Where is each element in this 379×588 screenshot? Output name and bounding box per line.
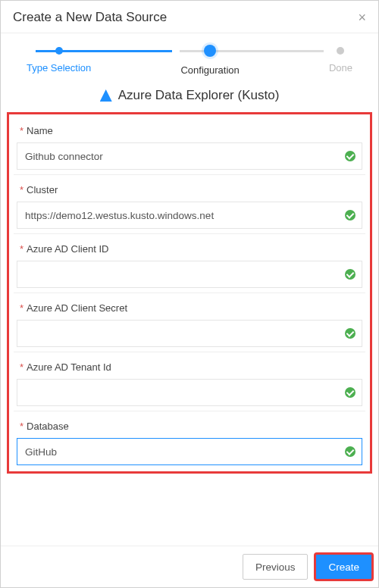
azure-data-explorer-icon (100, 89, 112, 102)
close-icon[interactable]: × (358, 11, 366, 24)
create-button[interactable]: Create (315, 554, 372, 580)
step-done: Done (329, 47, 352, 74)
field-tenant-id: Azure AD Tenant Id (14, 352, 365, 408)
step-configuration[interactable]: Configuration (180, 47, 239, 76)
input-row[interactable] (17, 142, 362, 170)
check-circle-icon (345, 387, 356, 398)
check-circle-icon (345, 328, 356, 339)
field-client-id: Azure AD Client ID (14, 233, 365, 289)
field-cluster: Cluster (14, 174, 365, 230)
field-database: Database (14, 411, 365, 467)
previous-button[interactable]: Previous (243, 554, 309, 580)
input-row[interactable] (17, 261, 362, 288)
name-input[interactable] (25, 143, 345, 169)
field-label: Database (20, 421, 362, 432)
check-circle-icon (345, 210, 356, 220)
check-circle-icon (345, 151, 356, 161)
step-label: Configuration (180, 64, 239, 76)
client-id-input[interactable] (25, 261, 345, 287)
input-row[interactable] (17, 438, 362, 465)
wizard-stepper: Type Selection Configuration Done (1, 33, 378, 83)
field-client-secret: Azure AD Client Secret (14, 292, 365, 349)
config-form: Name Cluster Azure AD Client ID Azure AD… (7, 112, 372, 474)
field-label: Name (20, 125, 362, 136)
check-circle-icon (345, 446, 356, 457)
client-secret-input[interactable] (25, 321, 345, 346)
step-dot-icon (204, 45, 216, 57)
step-label: Type Selection (27, 62, 91, 74)
dialog-header: Create a New Data Source × (1, 1, 378, 33)
database-input[interactable] (25, 439, 345, 464)
input-row[interactable] (17, 320, 362, 347)
field-label: Azure AD Client Secret (20, 302, 362, 314)
field-label: Azure AD Client ID (20, 243, 362, 255)
dialog-footer: Previous Create (1, 546, 378, 587)
input-row[interactable] (17, 202, 362, 229)
data-source-name: Azure Data Explorer (Kusto) (118, 88, 280, 103)
field-label: Cluster (20, 184, 362, 195)
step-type-selection[interactable]: Type Selection (27, 47, 91, 74)
cluster-input[interactable] (25, 202, 345, 228)
step-label: Done (329, 62, 352, 74)
field-name: Name (14, 119, 365, 171)
dialog-title: Create a New Data Source (13, 10, 167, 25)
input-row[interactable] (17, 379, 362, 406)
tenant-id-input[interactable] (25, 380, 345, 405)
step-dot-icon (337, 47, 344, 55)
step-dot-icon (55, 47, 63, 55)
data-source-title: Azure Data Explorer (Kusto) (1, 83, 378, 112)
check-circle-icon (345, 269, 356, 280)
field-label: Azure AD Tenant Id (20, 361, 362, 373)
